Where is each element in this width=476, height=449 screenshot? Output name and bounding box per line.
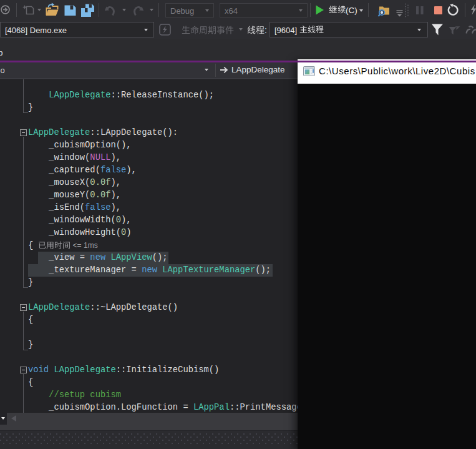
console-title-bar[interactable]: C:\Users\Public\work\Live2D\Cubis [298,59,476,84]
code-line: void LAppDelegate::InitializeCubism() [28,364,219,377]
configuration-caret-icon [205,9,209,12]
code-line: } [28,102,33,114]
nav-forward-icon[interactable] [1,5,10,14]
console-window[interactable]: C:\Users\Public\work\Live2D\Cubis [298,59,476,449]
code-line: LAppDelegate::ReleaseInstance(); [28,89,214,102]
thread-label: : [247,25,267,35]
process-caret-icon [144,29,148,31]
code-line: { [28,314,33,327]
document-tab-bar: p [0,39,476,60]
apply-code-changes-lightning-icon[interactable] [470,4,476,16]
fold-guide-foot [23,287,28,288]
process-value: [4068] Demo.exe [5,25,67,34]
process-combo[interactable]: [4068] Demo.exe [0,22,154,37]
fold-collapse-box-icon[interactable] [20,129,27,136]
platform-caret-icon [299,9,303,12]
thread-combo[interactable]: [9604] [270,22,428,37]
filter-funnel-icon[interactable] [432,24,443,36]
code-line: _windowWidth(0), [28,214,132,227]
code-line: LAppDelegate::~LAppDelegate() [28,302,178,314]
separator [368,3,369,17]
attach-search-folder-icon[interactable] [378,4,391,17]
solution-platform-combo[interactable]: x64 [220,3,308,17]
code-line: _mouseY(0.0f), [28,189,121,202]
lifecycle-events-icon[interactable] [159,24,171,36]
editor-navigation-bar: o LAppDelegate [0,62,298,79]
lifecycle-events-label[interactable] [182,25,234,35]
perf-tip: <= 1ms [38,240,97,250]
continue-play-icon [315,5,324,15]
code-line: _mouseX(0.0f), [28,177,121,189]
navbar-member-dropdown[interactable]: LAppDelegate [231,65,285,74]
code-line: _textureManager = new LAppTextureManager… [28,264,271,277]
separator [99,3,99,17]
lifecycle-events-caret-icon [239,28,243,31]
solution-configuration-combo[interactable]: Debug [165,3,214,17]
code-line: { <= 1ms [28,239,98,252]
separator [465,3,465,17]
horizontal-scrollbar[interactable] [0,413,298,430]
code-line: _cubismOption.LogFunction = LAppPal::Pri… [28,402,298,413]
filter-funnel-disabled-icon[interactable] [449,24,460,36]
code-line: _windowHeight(0) [28,227,132,239]
debug-location-toolbar: [4068] Demo.exe : [9604] [0,19,476,39]
thread-caret-icon [417,29,421,31]
redo-icon[interactable] [133,4,144,16]
console-client-area[interactable] [298,84,476,449]
code-line: { [28,377,33,389]
continue-label: (C) [329,6,357,15]
navbar-project-caret-icon[interactable] [205,69,208,71]
separator [158,3,159,17]
save-icon[interactable] [64,4,77,17]
separator [310,3,311,17]
configuration-value: Debug [170,6,194,15]
fold-guide-line [23,374,24,413]
code-editor[interactable]: LAppDelegate::ReleaseInstance();}LAppDel… [0,79,298,413]
navbar-project-dropdown[interactable]: o [1,66,5,75]
fold-guide-line [23,79,24,112]
fold-collapse-box-icon[interactable] [20,304,27,311]
new-item-icon[interactable] [22,4,36,16]
code-line: LAppDelegate::LAppDelegate(): [28,127,178,139]
code-line: } [28,339,33,352]
platform-value: x64 [225,6,238,15]
save-all-icon[interactable] [80,2,96,17]
separator [215,64,216,77]
member-arrow-icon [220,66,229,74]
new-item-dropdown-caret-icon[interactable] [37,9,41,11]
code-line: //setup cubism [28,389,121,402]
undo-icon[interactable] [104,4,115,16]
fold-collapse-box-icon[interactable] [20,367,27,373]
redo-dropdown-caret-icon[interactable] [150,9,153,11]
scroll-left-arrow-icon[interactable] [11,415,16,422]
break-all-pause-icon[interactable] [416,6,424,14]
code-line: } [28,277,33,289]
thread-value: [9604] [274,25,324,34]
dock-texture-band [0,430,298,449]
standard-toolbar: Debug x64 (C) [0,0,476,19]
active-tab-accent-line [0,61,476,62]
restart-icon[interactable] [447,4,459,16]
zoom-dropdown[interactable] [0,413,7,425]
fold-guide-line [23,137,24,287]
fold-guide-line [23,312,24,350]
fold-guide-foot [23,350,28,350]
toolbar-grip-icon[interactable] [404,3,409,17]
code-line: _cubismOption(), [28,139,132,152]
open-file-icon[interactable] [44,2,60,17]
document-tab-label[interactable]: p [0,48,3,57]
threads-flag-icon[interactable] [466,25,476,35]
code-line: _captured(false), [28,164,137,177]
undo-dropdown-caret-icon[interactable] [122,9,126,11]
console-app-icon [303,66,315,76]
console-title: C:\Users\Public\work\Live2D\Cubis [319,66,475,76]
code-line: _view = new LAppView(); [28,252,168,264]
code-line: _isEnd(false), [28,202,121,214]
separator [16,3,17,17]
code-line: _window(NULL), [28,152,121,164]
continue-dropdown-caret-icon [359,9,363,12]
stop-debug-icon[interactable] [434,6,442,14]
toolbar-overflow-icon[interactable] [396,10,403,17]
fold-guide-foot [23,112,28,113]
